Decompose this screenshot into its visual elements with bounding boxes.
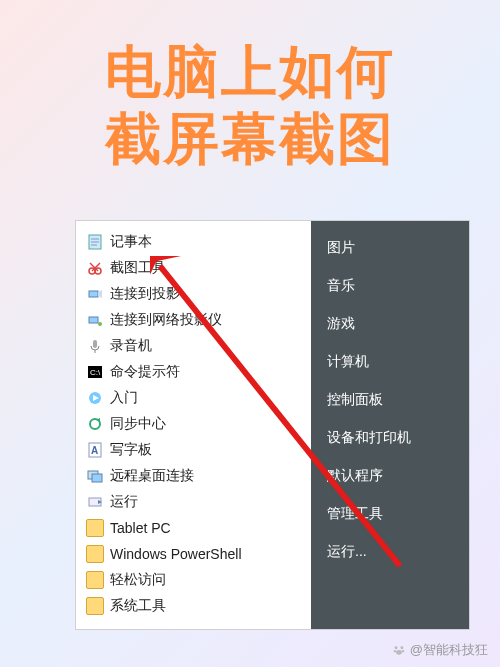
menu-item-label: 连接到网络投影仪 xyxy=(110,311,222,329)
title-area: 电脑上如何 截屏幕截图 xyxy=(0,0,500,172)
svg-point-31 xyxy=(396,650,402,655)
folder-icon xyxy=(86,519,104,537)
side-item-8[interactable]: 运行... xyxy=(311,533,469,571)
menu-item-label: 远程桌面连接 xyxy=(110,467,194,485)
svg-point-30 xyxy=(402,650,404,652)
menu-item-label: 记事本 xyxy=(110,233,152,251)
menu-item-label: 连接到投影 xyxy=(110,285,180,303)
recorder-icon xyxy=(86,337,104,355)
folder-icon xyxy=(86,545,104,563)
menu-item-label: 截图工具 xyxy=(110,259,166,277)
programs-list: 记事本截图工具连接到投影连接到网络投影仪录音机C:\命令提示符入门同步中心A写字… xyxy=(76,221,311,629)
side-item-6[interactable]: 默认程序 xyxy=(311,457,469,495)
menu-item-folder[interactable]: 轻松访问 xyxy=(76,567,311,593)
menu-item-recorder[interactable]: 录音机 xyxy=(76,333,311,359)
svg-rect-10 xyxy=(89,317,98,323)
run-icon xyxy=(86,493,104,511)
menu-item-folder[interactable]: 系统工具 xyxy=(76,593,311,619)
svg-marker-9 xyxy=(98,290,102,298)
menu-item-net-projector[interactable]: 连接到网络投影仪 xyxy=(76,307,311,333)
notepad-icon xyxy=(86,233,104,251)
paw-icon xyxy=(392,643,406,657)
menu-item-sync[interactable]: 同步中心 xyxy=(76,411,311,437)
svg-rect-23 xyxy=(92,474,102,482)
side-item-7[interactable]: 管理工具 xyxy=(311,495,469,533)
side-item-5[interactable]: 设备和打印机 xyxy=(311,419,469,457)
side-item-2[interactable]: 游戏 xyxy=(311,305,469,343)
side-item-3[interactable]: 计算机 xyxy=(311,343,469,381)
side-item-0[interactable]: 图片 xyxy=(311,229,469,267)
menu-item-rdp[interactable]: 远程桌面连接 xyxy=(76,463,311,489)
folder-icon xyxy=(86,571,104,589)
menu-item-label: 系统工具 xyxy=(110,597,166,615)
menu-item-folder[interactable]: Windows PowerShell xyxy=(76,541,311,567)
svg-point-11 xyxy=(98,322,102,326)
menu-item-snipping[interactable]: 截图工具 xyxy=(76,255,311,281)
side-item-4[interactable]: 控制面板 xyxy=(311,381,469,419)
snipping-icon xyxy=(86,259,104,277)
svg-point-27 xyxy=(394,646,397,649)
side-item-1[interactable]: 音乐 xyxy=(311,267,469,305)
svg-rect-8 xyxy=(89,291,98,297)
svg-text:A: A xyxy=(91,445,98,456)
svg-text:C:\: C:\ xyxy=(90,368,101,377)
sync-icon xyxy=(86,415,104,433)
cmd-icon: C:\ xyxy=(86,363,104,381)
menu-item-wordpad[interactable]: A写字板 xyxy=(76,437,311,463)
menu-item-label: 同步中心 xyxy=(110,415,166,433)
net-projector-icon xyxy=(86,311,104,329)
attribution-text: @智能科技狂 xyxy=(410,641,488,659)
menu-item-folder[interactable]: Tablet PC xyxy=(76,515,311,541)
menu-item-label: 录音机 xyxy=(110,337,152,355)
menu-item-label: 运行 xyxy=(110,493,138,511)
menu-item-label: 入门 xyxy=(110,389,138,407)
attribution: @智能科技狂 xyxy=(392,641,488,659)
menu-item-run[interactable]: 运行 xyxy=(76,489,311,515)
menu-item-label: Tablet PC xyxy=(110,520,171,536)
svg-point-29 xyxy=(394,650,396,652)
title-line-1: 电脑上如何 xyxy=(0,38,500,105)
getting-started-icon xyxy=(86,389,104,407)
svg-point-28 xyxy=(400,646,403,649)
start-menu: 记事本截图工具连接到投影连接到网络投影仪录音机C:\命令提示符入门同步中心A写字… xyxy=(75,220,470,630)
menu-item-label: Windows PowerShell xyxy=(110,546,242,562)
menu-item-label: 写字板 xyxy=(110,441,152,459)
folder-icon xyxy=(86,597,104,615)
title-line-2: 截屏幕截图 xyxy=(0,105,500,172)
menu-item-projector[interactable]: 连接到投影 xyxy=(76,281,311,307)
rdp-icon xyxy=(86,467,104,485)
menu-item-notepad[interactable]: 记事本 xyxy=(76,229,311,255)
menu-item-cmd[interactable]: C:\命令提示符 xyxy=(76,359,311,385)
menu-item-label: 命令提示符 xyxy=(110,363,180,381)
projector-icon xyxy=(86,285,104,303)
svg-rect-12 xyxy=(93,340,97,348)
menu-item-getting-started[interactable]: 入门 xyxy=(76,385,311,411)
system-links: 图片音乐游戏计算机控制面板设备和打印机默认程序管理工具运行... xyxy=(311,221,469,629)
menu-item-label: 轻松访问 xyxy=(110,571,166,589)
wordpad-icon: A xyxy=(86,441,104,459)
